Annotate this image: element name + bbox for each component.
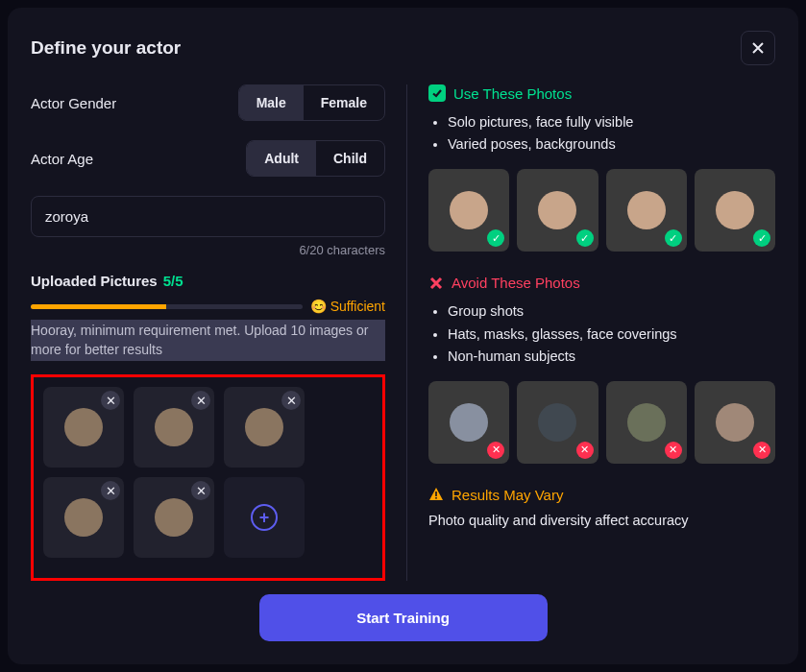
remove-image-button[interactable]: ✕ xyxy=(101,391,120,410)
right-column: Use These Photos Solo pictures, face ful… xyxy=(407,84,775,581)
x-badge-icon: ✕ xyxy=(665,442,682,459)
uploaded-thumb[interactable]: ✕ xyxy=(43,477,124,558)
remove-image-button[interactable]: ✕ xyxy=(281,391,301,410)
check-badge-icon: ✓ xyxy=(753,229,770,247)
left-column: Actor Gender Male Female Actor Age Adult… xyxy=(31,84,407,581)
good-samples-row: ✓ ✓ ✓ ✓ xyxy=(428,169,775,252)
define-actor-modal: Define your actor Actor Gender Male Fema… xyxy=(8,8,798,664)
avoid-bullet: Group shots xyxy=(448,300,775,323)
add-image-button[interactable]: + xyxy=(224,477,305,558)
face-placeholder xyxy=(245,408,283,446)
upload-hint: Hooray, minimum requirement met. Upload … xyxy=(31,320,385,361)
check-badge-icon: ✓ xyxy=(665,229,682,247)
avoid-bullet: Hats, masks, glasses, face coverings xyxy=(448,324,775,346)
gender-male-button[interactable]: Male xyxy=(239,85,304,120)
bad-sample: ✕ xyxy=(695,381,775,464)
age-adult-button[interactable]: Adult xyxy=(247,141,316,176)
use-photos-title: Use These Photos xyxy=(453,85,572,102)
age-label: Actor Age xyxy=(31,151,93,167)
remove-image-button[interactable]: ✕ xyxy=(191,481,210,500)
bad-sample: ✕ xyxy=(606,381,687,464)
bad-sample: ✕ xyxy=(517,381,598,464)
good-sample: ✓ xyxy=(606,169,687,252)
uploaded-thumb[interactable]: ✕ xyxy=(134,477,214,558)
gender-female-button[interactable]: Female xyxy=(304,85,384,120)
start-training-button[interactable]: Start Training xyxy=(259,594,548,641)
avoid-bullet: Non-human subjects xyxy=(448,346,775,368)
avoid-bullets: Group shots Hats, masks, glasses, face c… xyxy=(428,300,775,368)
svg-rect-1 xyxy=(435,492,437,496)
svg-rect-2 xyxy=(435,497,437,499)
use-bullet: Solo pictures, face fully visible xyxy=(448,111,775,133)
char-count: 6/20 characters xyxy=(31,243,385,257)
use-photos-heading: Use These Photos xyxy=(428,84,775,102)
good-sample: ✓ xyxy=(428,169,509,252)
actor-name-input[interactable] xyxy=(31,196,385,237)
modal-header: Define your actor xyxy=(31,31,775,65)
x-badge-icon: ✕ xyxy=(753,442,770,459)
uploaded-thumb[interactable]: ✕ xyxy=(43,387,124,468)
uploaded-thumb[interactable]: ✕ xyxy=(224,387,305,468)
gender-label: Actor Gender xyxy=(31,95,116,111)
upload-status-text: Sufficient xyxy=(330,299,385,314)
age-segmented: Adult Child xyxy=(246,140,385,177)
modal-title: Define your actor xyxy=(31,37,181,59)
bad-sample: ✕ xyxy=(428,381,509,464)
x-badge-icon: ✕ xyxy=(487,442,504,459)
uploaded-grid-highlight: ✕ ✕ ✕ ✕ ✕ xyxy=(31,374,385,581)
good-sample: ✓ xyxy=(695,169,775,252)
check-badge-icon: ✓ xyxy=(576,229,594,247)
x-badge-icon: ✕ xyxy=(576,442,594,459)
remove-image-button[interactable]: ✕ xyxy=(191,391,210,410)
check-square-icon xyxy=(428,84,446,102)
uploaded-count: 5/5 xyxy=(163,273,183,289)
uploaded-thumb[interactable]: ✕ xyxy=(134,387,214,468)
bad-samples-row: ✕ ✕ ✕ ✕ xyxy=(428,381,775,464)
good-sample: ✓ xyxy=(517,169,598,252)
upload-progress-bar xyxy=(31,304,303,309)
close-icon xyxy=(750,40,766,56)
face-placeholder xyxy=(64,498,103,537)
remove-image-button[interactable]: ✕ xyxy=(101,481,120,500)
uploaded-grid: ✕ ✕ ✕ ✕ ✕ xyxy=(43,387,373,558)
uploaded-label: Uploaded Pictures xyxy=(31,273,158,289)
plus-icon: + xyxy=(251,504,278,531)
face-placeholder xyxy=(64,408,103,446)
upload-progress-fill xyxy=(31,304,166,309)
vary-title: Results May Vary xyxy=(452,487,563,503)
face-placeholder xyxy=(155,498,193,537)
avoid-photos-heading: Avoid These Photos xyxy=(428,275,775,291)
svg-rect-0 xyxy=(428,84,446,102)
vary-text: Photo quality and diversity affect accur… xyxy=(428,513,775,528)
use-bullets: Solo pictures, face fully visible Varied… xyxy=(428,111,775,156)
warning-icon xyxy=(428,487,444,502)
check-badge-icon: ✓ xyxy=(487,229,504,247)
smiley-icon: 😊 xyxy=(310,299,327,314)
close-button[interactable] xyxy=(741,31,775,65)
modal-footer: Start Training xyxy=(31,581,775,641)
age-child-button[interactable]: Child xyxy=(316,141,384,176)
avoid-photos-title: Avoid These Photos xyxy=(452,275,580,291)
x-icon xyxy=(428,276,444,291)
upload-status: 😊 Sufficient xyxy=(310,299,385,314)
vary-heading: Results May Vary xyxy=(428,487,775,503)
face-placeholder xyxy=(155,408,193,446)
gender-segmented: Male Female xyxy=(238,84,385,121)
use-bullet: Varied poses, backgrounds xyxy=(448,133,775,156)
